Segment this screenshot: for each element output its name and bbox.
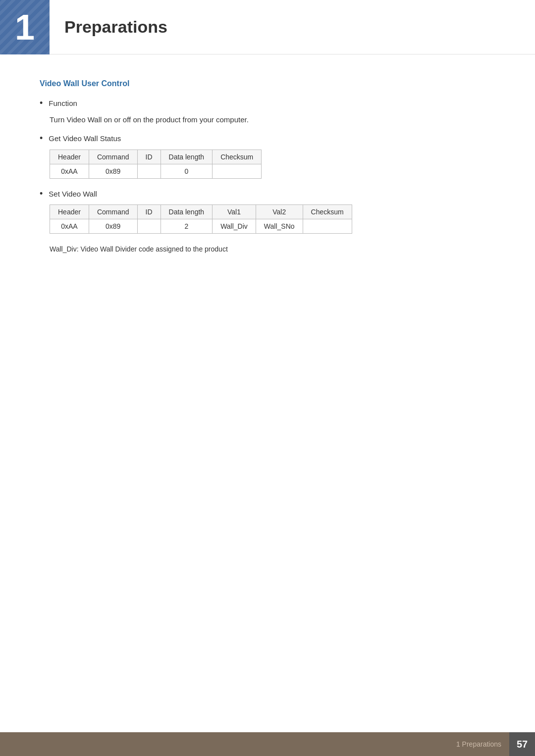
bullet-list-2: • Get Video Wall Status: [40, 133, 495, 145]
bullet-dot-1: •: [40, 98, 43, 108]
col-header-command: Command: [89, 150, 137, 164]
note-text: Wall_Div: Video Wall Divider code assign…: [50, 244, 495, 254]
chapter-number-block: 1: [0, 0, 50, 54]
col2-header-header: Header: [50, 205, 89, 219]
bullet-list: • Function: [40, 98, 495, 109]
cell-header: 0xAA: [50, 164, 89, 178]
function-description: Turn Video Wall on or off on the product…: [50, 114, 495, 126]
bullet-dot-3: •: [40, 189, 43, 199]
col2-header-id: ID: [137, 205, 160, 219]
page-header: 1 Preparations: [0, 0, 535, 54]
cell-id: [137, 164, 160, 178]
page-footer: 1 Preparations 57: [0, 732, 535, 756]
table-set: Header Command ID Data length Val1 Val2 …: [50, 204, 352, 234]
cell2-header: 0xAA: [50, 219, 89, 234]
cell-data-length: 0: [160, 164, 213, 178]
cell2-command: 0x89: [89, 219, 137, 234]
table-row: 0xAA 0x89 0: [50, 164, 262, 178]
col2-header-checksum: Checksum: [303, 205, 352, 219]
col2-header-val2: Val2: [256, 205, 303, 219]
bullet-list-3: • Set Video Wall: [40, 189, 495, 200]
footer-chapter-label: 1 Preparations: [456, 740, 501, 748]
table-get: Header Command ID Data length Checksum 0…: [50, 150, 262, 179]
bullet-label-function: Function: [49, 98, 77, 109]
bullet-dot-2: •: [40, 133, 43, 144]
cell2-data-length: 2: [160, 219, 213, 234]
col-header-id: ID: [137, 150, 160, 164]
bullet-item-get: • Get Video Wall Status: [40, 133, 495, 145]
col2-header-command: Command: [89, 205, 137, 219]
table-row: 0xAA 0x89 2 Wall_Div Wall_SNo: [50, 219, 352, 234]
cell2-checksum: [303, 219, 352, 234]
col-header-data-length: Data length: [160, 150, 213, 164]
section-title: Video Wall User Control: [40, 79, 495, 88]
chapter-number: 1: [15, 9, 35, 45]
cell2-id: [137, 219, 160, 234]
cell2-val2: Wall_SNo: [256, 219, 303, 234]
cell-command: 0x89: [89, 164, 137, 178]
main-content: Video Wall User Control • Function Turn …: [0, 54, 535, 294]
footer-page-number: 57: [509, 732, 535, 756]
table-get-wrapper: Header Command ID Data length Checksum 0…: [50, 150, 495, 179]
chapter-title: Preparations: [64, 17, 167, 37]
col-header-checksum: Checksum: [213, 150, 262, 164]
col2-header-val1: Val1: [213, 205, 256, 219]
cell2-val1: Wall_Div: [213, 219, 256, 234]
col2-header-data-length: Data length: [160, 205, 213, 219]
col-header-header: Header: [50, 150, 89, 164]
cell-checksum: [213, 164, 262, 178]
table-set-wrapper: Header Command ID Data length Val1 Val2 …: [50, 204, 495, 234]
bullet-label-get: Get Video Wall Status: [49, 133, 121, 145]
bullet-item-function: • Function: [40, 98, 495, 109]
bullet-item-set: • Set Video Wall: [40, 189, 495, 200]
bullet-label-set: Set Video Wall: [49, 189, 97, 200]
